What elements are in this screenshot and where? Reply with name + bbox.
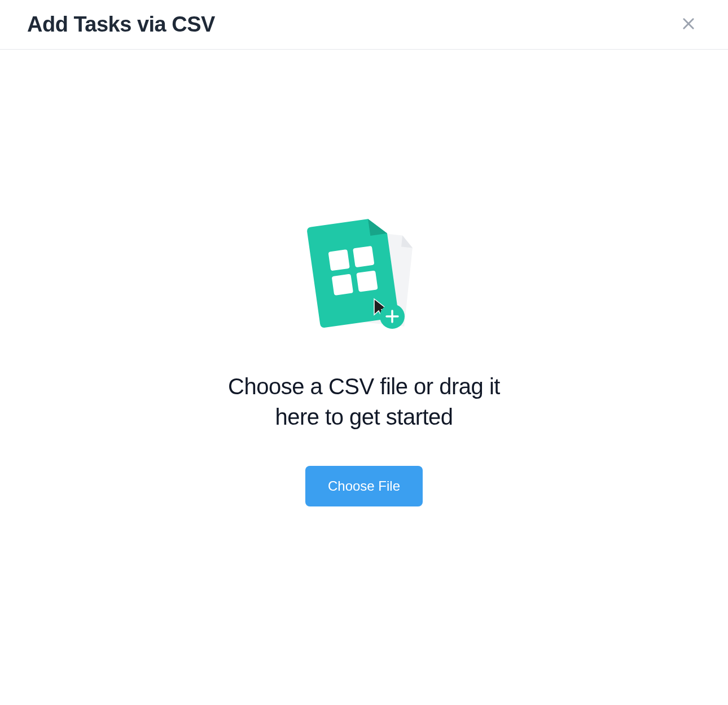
upload-instruction: Choose a CSV file or drag it here to get… xyxy=(206,371,522,432)
choose-file-button[interactable]: Choose File xyxy=(305,466,423,506)
page-title: Add Tasks via CSV xyxy=(27,12,215,37)
modal-header: Add Tasks via CSV xyxy=(0,0,728,50)
svg-rect-4 xyxy=(332,274,353,296)
close-button[interactable] xyxy=(676,11,701,38)
svg-rect-2 xyxy=(328,249,350,271)
svg-rect-3 xyxy=(353,246,374,267)
svg-rect-5 xyxy=(356,270,378,292)
upload-dropzone[interactable]: Choose a CSV file or drag it here to get… xyxy=(0,50,728,506)
close-icon xyxy=(681,16,696,33)
csv-file-upload-icon xyxy=(302,213,426,337)
